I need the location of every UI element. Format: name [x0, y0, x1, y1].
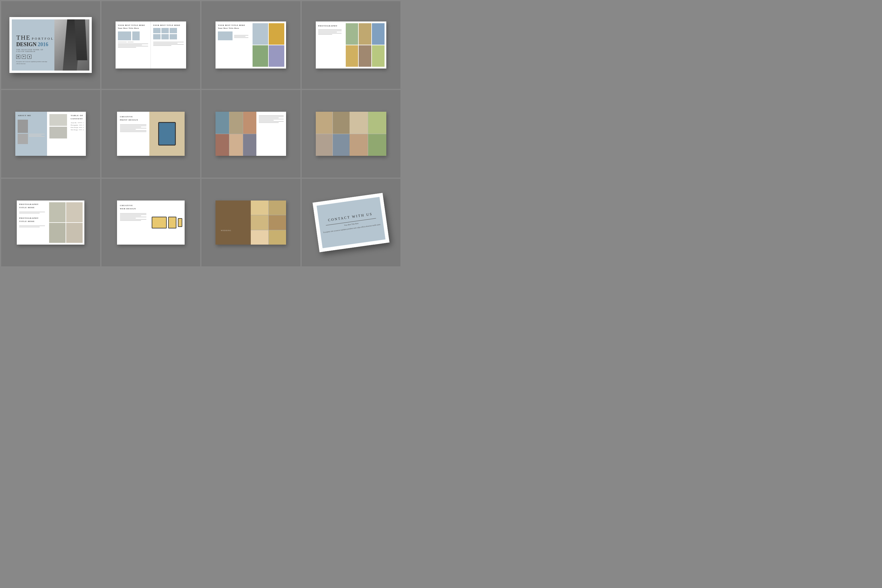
- cover-subtitle: THE SELECTED WORK OF CALVIN SHEERAN: [16, 49, 50, 52]
- wedding-2-mockup: WEDDING: [216, 201, 286, 244]
- trs-laptop: [218, 32, 232, 40]
- about-me-mockup: ABOUT ME: [15, 112, 86, 156]
- pds-t2: [358, 23, 371, 45]
- printm-text-1: [19, 212, 45, 213]
- t3: [234, 38, 248, 38]
- toc-dots-4: [79, 130, 82, 130]
- toc-number-2: 2: [83, 124, 84, 126]
- trs-title: YOUR BEST TITLE HERE: [218, 24, 248, 26]
- ft2: [259, 116, 284, 117]
- ft4: [259, 119, 284, 119]
- tech-devices-left: [118, 32, 148, 40]
- laptop-device: [118, 32, 131, 40]
- pds-t3: [372, 23, 384, 45]
- fashion-left-panel: [216, 112, 256, 156]
- wd2-t4: [269, 215, 286, 230]
- pr3: [120, 127, 141, 127]
- printm-right-page: [47, 201, 85, 244]
- wl5: [120, 218, 136, 219]
- wr-t4: [368, 134, 386, 156]
- wedding-right-panel: [350, 112, 386, 156]
- cover-icon-3: ●: [27, 55, 32, 59]
- text-line-r3: [153, 44, 184, 45]
- fashion-right-panel: [256, 112, 286, 156]
- print-text-lines: [120, 124, 146, 132]
- about-me-title: ABOUT ME: [18, 114, 45, 117]
- tech-spread-left: YOUR BEST TITLE HERE Your Best Title Her…: [116, 21, 151, 69]
- printm-text-2: [19, 225, 45, 227]
- wl-t3: [316, 134, 333, 156]
- web-tablet-device: [168, 217, 176, 228]
- ft1: [259, 115, 284, 116]
- wl4: [120, 217, 146, 217]
- cell-print-design: CREATIVE PRINT DESIGN: [101, 90, 201, 178]
- small-device-2: [161, 28, 169, 33]
- pm-l2: [19, 213, 40, 213]
- more-devices: [118, 42, 148, 42]
- wedding-left-panel: [316, 112, 350, 156]
- cover-title-the: THE: [16, 34, 31, 42]
- web-design-mockup: CREATIVE WEB DESIGN: [117, 201, 184, 244]
- ft7: [259, 122, 279, 123]
- cell-contact: CONTACT WITH US Your Best Title Here Exc…: [302, 179, 401, 266]
- fashion-text: [259, 115, 284, 123]
- fashion-t5: [230, 134, 243, 156]
- toc-line-4: Web Design 4: [70, 129, 84, 130]
- cover-left-panel: THE PORTFOLIO DESIGN 2016 THE SELECTED W…: [12, 20, 54, 70]
- wd2-t2: [269, 201, 286, 215]
- about-left-panel: ABOUT ME: [15, 112, 47, 156]
- pds-t6: [372, 45, 384, 67]
- toc-line-2: Photography 2: [70, 124, 84, 126]
- device-line-1: [118, 42, 127, 42]
- fashion-t6: [243, 134, 256, 156]
- toc-number-3: 3: [83, 127, 84, 128]
- cover-body-text: Excepteur sint occaecat cupidatat proide…: [16, 61, 50, 64]
- photo-details-mockup: PHOTOGRAPHY: [316, 21, 386, 69]
- a2: [29, 135, 42, 135]
- tablet-mockup-element: [158, 122, 176, 146]
- web-title: CREATIVE: [120, 204, 146, 207]
- wl-t4: [333, 134, 350, 156]
- trs-right-page: [251, 21, 286, 69]
- pm-item-4: [66, 223, 82, 243]
- text-line-2: [118, 45, 142, 45]
- wl3: [120, 216, 141, 216]
- device-grid: [153, 28, 184, 39]
- web-subtitle: WEB DESIGN: [120, 207, 146, 210]
- pl2: [318, 31, 342, 31]
- text-line-1: [118, 44, 148, 44]
- a1: [29, 134, 45, 134]
- cover-title-year: 2016: [38, 42, 48, 48]
- wl1: [120, 213, 146, 214]
- ft5: [259, 120, 274, 120]
- cell-fashion: [201, 90, 300, 178]
- toc-section: TABLE OF CONTENT About Me 1 Photography …: [69, 114, 84, 153]
- print-title: CREATIVE: [120, 115, 146, 118]
- print-subtitle: PRINT DESIGN: [120, 118, 146, 122]
- trs-thumb-1: [252, 23, 268, 45]
- text-line-r1: [153, 42, 184, 42]
- trs-row-1: [218, 32, 248, 40]
- cell-print-mockup: PHOTOGRAPHY TITLE HERE PHOTOGRAPHY TITLE…: [1, 179, 100, 266]
- t2: [234, 36, 246, 37]
- cover-icon-1: ⊞: [16, 55, 20, 59]
- contact-book-mockup: CONTACT WITH US Your Best Title Here Exc…: [312, 193, 389, 252]
- wd2-t6: [269, 230, 286, 244]
- about-portrait-2: [18, 134, 28, 144]
- toc-item-label-4: Web Design: [70, 129, 78, 130]
- wr-t3: [350, 134, 368, 156]
- pds-right-page: [344, 21, 386, 69]
- toc-item-label-2: Photography: [70, 124, 78, 126]
- fashion-t2: [230, 112, 243, 134]
- pr4: [120, 128, 146, 129]
- cover-icons: ⊞ ✦ ●: [16, 55, 50, 59]
- trs-text: [234, 35, 248, 38]
- sketch-items: [50, 114, 67, 153]
- cell-web-design: CREATIVE WEB DESIGN: [101, 179, 201, 266]
- toc-line-3: Print Design 3: [70, 127, 84, 128]
- cell-about-me: ABOUT ME: [1, 90, 100, 178]
- toc-number-1: 1: [83, 122, 84, 123]
- print-right-page: [149, 112, 184, 156]
- pr6: [120, 130, 146, 131]
- pr5: [120, 129, 136, 130]
